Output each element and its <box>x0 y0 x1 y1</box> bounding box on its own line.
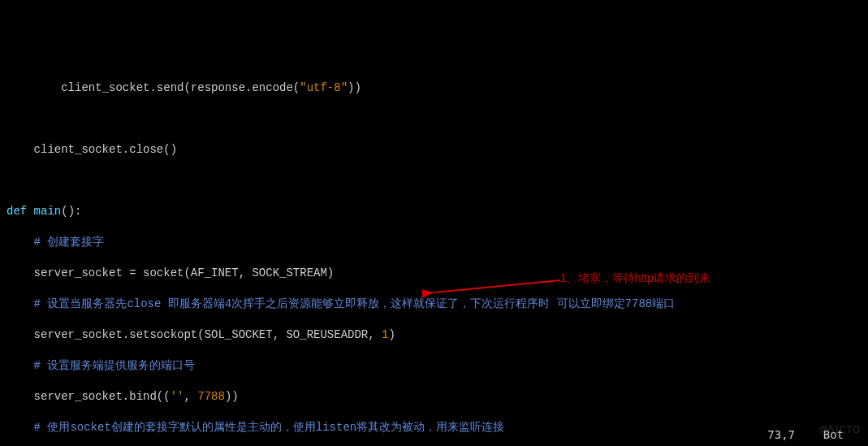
code-text: ) <box>388 328 395 341</box>
string-literal: '' <box>171 390 184 403</box>
code-text: )) <box>348 81 361 94</box>
cursor-position: 73,7 <box>767 427 795 443</box>
code-text: client_socket.send(response.encode( <box>6 81 300 94</box>
comment: # 使用socket创建的套接字默认的属性是主动的，使用listen将其改为被动… <box>6 421 504 434</box>
comment: # 设置服务端提供服务的端口号 <box>6 359 195 372</box>
function-name: main <box>27 205 61 218</box>
code-editor[interactable]: client_socket.send(response.encode("utf-… <box>0 62 868 446</box>
code-text: )) <box>225 390 239 403</box>
code-text: server_socket.setsockopt(SOL_SOCKET, SO_… <box>6 328 382 341</box>
code-text: (): <box>61 205 81 218</box>
watermark: @51CTO <box>818 422 860 438</box>
number-literal: 7788 <box>197 390 225 403</box>
comment: # 设置当服务器先close 即服务器端4次挥手之后资源能够立即释放，这样就保证… <box>6 297 675 310</box>
code-text: , <box>184 390 197 403</box>
code-text: server_socket = socket(AF_INET, SOCK_STR… <box>6 266 334 279</box>
comment: # 创建套接字 <box>6 236 104 249</box>
code-text: client_socket.close() <box>6 143 177 156</box>
string-literal: "utf-8" <box>300 81 348 94</box>
annotation-text: 1、堵塞，等待http请求的到来 <box>560 271 710 286</box>
code-text: server_socket.bind(( <box>6 390 171 403</box>
keyword-def: def <box>6 205 27 218</box>
